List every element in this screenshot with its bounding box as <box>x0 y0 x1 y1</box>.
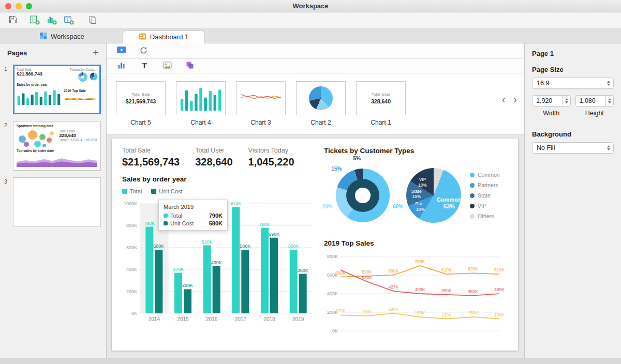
width-input[interactable]: 1,920 <box>532 95 571 107</box>
workspace-tab-icon <box>39 32 47 41</box>
top-sales-line-chart[interactable]: 0K200K400K600K800K580K590K600K700K610K62… <box>324 249 508 335</box>
gallery-caption: Chart 5 <box>116 119 166 126</box>
thumb1-topsale: 2019 Top Sale <box>64 89 97 105</box>
gallery-chart-4[interactable]: Chart 4 <box>176 81 226 126</box>
height-stepper[interactable] <box>605 96 613 106</box>
svg-text:0K: 0K <box>332 328 338 333</box>
page-2-thumbnail[interactable]: Sportmen training data Total Units 328,6… <box>13 121 101 171</box>
legend-item-state[interactable]: State <box>470 192 500 199</box>
text-icon: T <box>142 62 147 70</box>
legend-item-vip[interactable]: VIP <box>470 203 500 209</box>
gallery-card <box>296 81 346 115</box>
new-report-button[interactable] <box>28 14 41 27</box>
tab-label: Dashboard 1 <box>150 33 188 41</box>
legend-dot <box>470 204 475 208</box>
window-title: Workspace <box>292 2 328 10</box>
dashboard-canvas[interactable]: Total Sale $21,569,743 Total User 328,64… <box>107 134 524 358</box>
page-item-1[interactable]: 1 Total Sale $21,569,743 Tickets by Cust… <box>0 62 106 118</box>
gallery-pie-chart <box>309 86 333 110</box>
duplicate-button[interactable] <box>86 14 99 27</box>
gallery-card: Total User 328,640 <box>356 81 406 115</box>
page-item-3[interactable]: 3 <box>0 175 106 231</box>
svg-text:610K: 610K <box>494 267 505 272</box>
svg-text:380K: 380K <box>468 289 478 294</box>
svg-text:580K: 580K <box>335 270 346 276</box>
gallery-chart-5[interactable]: Total Sale $21,569,743 Chart 5 <box>116 81 166 126</box>
legend-item-common[interactable]: Common <box>470 172 500 178</box>
kpi-visitors-today: Visitors Today 1,045,220 <box>248 147 294 168</box>
tickets-donut-chart[interactable]: 60%20%15%5% <box>324 158 402 233</box>
pie-disc <box>336 169 390 222</box>
dashboard-right-column: Tickets by Customer Types 60%20%15%5% Co… <box>324 147 508 342</box>
gallery-prev-button[interactable]: ‹ <box>502 94 506 104</box>
svg-text:620K: 620K <box>202 239 213 245</box>
customer-pie-chart[interactable]: Common53%Par...10%State15%VIP10% <box>405 166 463 224</box>
insert-image-button[interactable] <box>160 59 174 73</box>
pages-header: Pages + <box>0 43 106 62</box>
background-select[interactable]: No Fill <box>532 142 614 154</box>
page-3-thumbnail[interactable] <box>13 177 101 227</box>
insert-chart-button[interactable] <box>115 59 128 73</box>
gallery-chart-2[interactable]: Chart 2 <box>296 81 346 126</box>
height-value: 1,080 <box>576 97 606 104</box>
thumb-line-chart <box>64 93 97 105</box>
document-tabbar: Workspace Dashboard 1 <box>0 29 621 43</box>
kpi-label: Visitors Today <box>248 147 294 154</box>
svg-text:160K: 160K <box>362 309 372 314</box>
legend-item-unit-cost[interactable]: Unit Cost <box>151 188 182 194</box>
legend-label: Others <box>478 213 494 219</box>
kpi-total-user: Total User 328,640 <box>195 147 232 168</box>
close-window-button[interactable] <box>5 3 11 9</box>
window-footer <box>0 358 621 364</box>
gallery-kpi-label: Total Sale <box>131 92 150 97</box>
height-label: Height <box>575 110 614 117</box>
insert-text-button[interactable]: T <box>138 59 151 73</box>
new-chart-button[interactable] <box>45 14 58 27</box>
svg-text:200K: 200K <box>126 289 137 294</box>
svg-text:150K: 150K <box>415 310 425 315</box>
refresh-button[interactable] <box>137 44 150 58</box>
svg-text:130K: 130K <box>494 312 505 317</box>
height-input[interactable]: 1,080 <box>575 95 614 107</box>
zoom-window-button[interactable] <box>26 3 32 9</box>
kpi-value: $21,569,743 <box>122 156 180 168</box>
window-controls <box>5 3 32 9</box>
page-number: 2 <box>4 121 9 171</box>
theme-icon <box>186 61 194 71</box>
legend-item-partners[interactable]: Partners <box>470 182 500 188</box>
sales-bar-chart[interactable]: March 2019 Total790K Unit Cost580K 0K200… <box>122 195 315 325</box>
gallery-bar-chart <box>180 86 222 111</box>
svg-text:2016: 2016 <box>206 316 218 322</box>
page-item-2[interactable]: 2 Sportmen training data Total Units 328… <box>0 118 106 175</box>
tab-dashboard-1[interactable]: Dashboard 1 <box>123 31 204 43</box>
thumb-topsale-label: 2019 Top Sale <box>64 89 97 93</box>
new-dashboard-button[interactable] <box>62 14 76 27</box>
legend-item-total[interactable]: Total <box>122 188 142 194</box>
svg-text:220K: 220K <box>182 283 193 288</box>
legend-label: Common <box>478 172 500 178</box>
gallery-nav: ‹ › <box>502 94 517 104</box>
svg-text:170K: 170K <box>335 308 346 313</box>
minimize-window-button[interactable] <box>16 3 22 9</box>
gallery-chart-3[interactable]: Chart 3 <box>236 81 286 126</box>
preview-button[interactable] <box>115 44 128 58</box>
svg-text:690K: 690K <box>269 232 279 237</box>
svg-text:2018: 2018 <box>263 316 275 322</box>
gallery-chart-1[interactable]: Total User 328,640 Chart 1 <box>356 81 406 126</box>
add-page-button[interactable]: + <box>93 48 99 58</box>
width-stepper[interactable] <box>563 96 570 106</box>
svg-text:430K: 430K <box>211 260 222 265</box>
insert-theme-button[interactable] <box>183 59 197 73</box>
tab-workspace[interactable]: Workspace <box>24 30 100 43</box>
legend-item-others[interactable]: Others <box>470 213 500 219</box>
page-1-thumbnail[interactable]: Total Sale $21,569,743 Tickets by Custo.… <box>13 65 101 114</box>
sales-chart-title: Sales by order year <box>122 175 315 183</box>
pie-legend: Common Partners State VIP Others <box>470 172 500 219</box>
save-button[interactable] <box>6 14 20 27</box>
new-item-group <box>28 14 76 27</box>
kpi-value: 1,045,220 <box>248 156 294 168</box>
page-size-select[interactable]: 16:9 <box>532 78 614 89</box>
kpi-label: Total User <box>195 147 232 154</box>
bubble <box>50 131 54 135</box>
gallery-next-button[interactable]: › <box>513 94 517 104</box>
